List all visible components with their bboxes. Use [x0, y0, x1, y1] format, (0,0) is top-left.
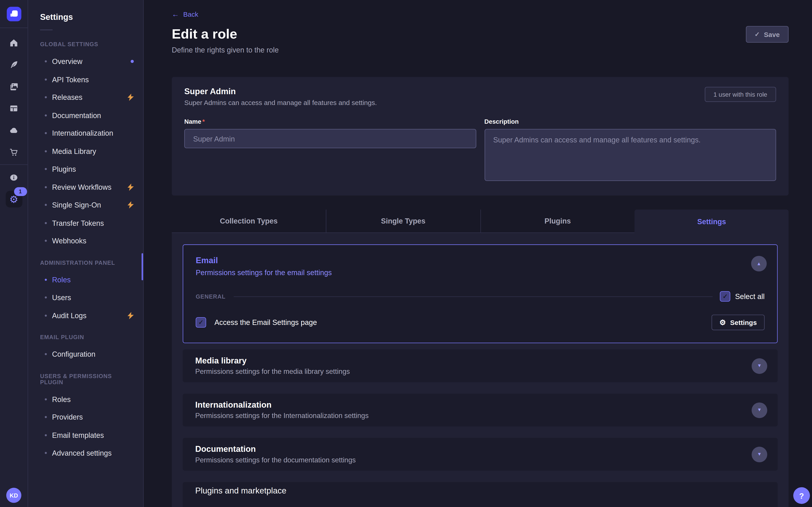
images-icon: [9, 81, 19, 91]
lightning-icon: [128, 202, 134, 209]
subnav-scrollbar-thumb[interactable]: [142, 253, 143, 280]
sidebar-item-documentation[interactable]: Documentation: [28, 106, 143, 124]
accordion-documentation[interactable]: Documentation Permissions settings for t…: [183, 438, 778, 470]
bullet-icon: [45, 279, 47, 281]
sidebar-item-advanced-settings[interactable]: Advanced settings: [28, 444, 143, 462]
save-button[interactable]: ✓ Save: [746, 26, 789, 43]
sidebar-item-releases[interactable]: Releases: [28, 88, 143, 106]
accordion-email-header[interactable]: Email Permissions settings for the email…: [183, 245, 777, 285]
accordion-subtitle: Permissions settings for the media libra…: [195, 368, 350, 376]
collapse-button[interactable]: ▲: [751, 256, 767, 271]
sidebar-item-providers[interactable]: Providers: [28, 408, 143, 426]
user-avatar[interactable]: KD: [6, 488, 21, 503]
accordion-internationalization[interactable]: Internationalization Permissions setting…: [183, 394, 778, 426]
strapi-logo: [6, 6, 21, 21]
settings-active-tile: ⚙ 1: [5, 191, 22, 208]
layout-card-icon: [9, 103, 19, 113]
subnav-title: Settings: [28, 0, 143, 22]
permission-row[interactable]: ✓ Access the Email Settings page: [196, 317, 317, 328]
permission-settings-button[interactable]: ⚙ Settings: [712, 315, 765, 330]
select-all-checkbox[interactable]: ✓: [720, 291, 730, 301]
notification-dot: [131, 60, 134, 63]
gear-icon: ⚙: [719, 319, 726, 326]
sidebar-item-media-library[interactable]: Media Library: [28, 142, 143, 160]
sidebar-item-overview[interactable]: Overview: [28, 53, 143, 70]
chevron-down-icon: ▼: [757, 408, 762, 412]
notifications-badge: 1: [14, 187, 27, 196]
tab-settings[interactable]: Settings: [635, 210, 789, 233]
name-field-label: Name*: [184, 118, 476, 125]
tab-plugins[interactable]: Plugins: [481, 210, 635, 233]
info-icon: [9, 172, 19, 182]
home-icon: [9, 38, 19, 48]
media-library-nav-button[interactable]: [3, 75, 25, 97]
sidebar-item-plugins[interactable]: Plugins: [28, 160, 143, 178]
bullet-icon: [45, 434, 47, 436]
settings-nav-button[interactable]: ⚙ 1: [3, 188, 25, 210]
permission-checkbox[interactable]: ✓: [196, 317, 206, 328]
back-link[interactable]: ← Back: [172, 10, 198, 18]
home-nav-button[interactable]: [3, 32, 25, 54]
description-field-label: Description: [484, 118, 776, 125]
bullet-icon: [45, 78, 47, 80]
sidebar-item-single-sign-on[interactable]: Single Sign-On: [28, 196, 143, 214]
chevron-down-icon: ▼: [757, 452, 762, 456]
strapi-logo-link[interactable]: [0, 0, 28, 28]
bullet-icon: [45, 353, 47, 355]
accordion-media-library[interactable]: Media library Permissions settings for t…: [183, 349, 778, 382]
sidebar-item-roles-up[interactable]: Roles: [28, 390, 143, 408]
deploy-nav-button[interactable]: [3, 119, 25, 141]
accordion-title: Media library: [195, 356, 350, 366]
back-arrow-icon: ←: [172, 10, 179, 18]
accordion-email: Email Permissions settings for the email…: [183, 244, 778, 343]
sidebar-item-transfer-tokens[interactable]: Transfer Tokens: [28, 214, 143, 232]
role-description-text: Super Admins can access and manage all f…: [184, 99, 776, 107]
bullet-icon: [45, 60, 47, 62]
sidebar-item-email-templates[interactable]: Email templates: [28, 426, 143, 444]
sidebar-item-configuration[interactable]: Configuration: [28, 345, 143, 363]
chevron-down-icon: ▼: [757, 363, 762, 368]
marketplace-nav-button[interactable]: [3, 141, 25, 163]
expand-button[interactable]: ▼: [752, 402, 767, 418]
bullet-icon: [45, 222, 47, 224]
permissions-section: Collection Types Single Types Plugins Se…: [172, 210, 789, 507]
check-icon: ✓: [755, 31, 760, 38]
select-all-control[interactable]: ✓ Select all: [720, 291, 765, 301]
name-input[interactable]: [184, 129, 476, 148]
permission-label: Access the Email Settings page: [214, 318, 317, 327]
users-with-role-button[interactable]: 1 user with this role: [705, 87, 776, 102]
permissions-tabs: Collection Types Single Types Plugins Se…: [172, 210, 789, 233]
bullet-icon: [45, 96, 47, 98]
help-button[interactable]: ?: [793, 487, 810, 504]
sidebar-item-webhooks[interactable]: Webhooks: [28, 232, 143, 250]
description-textarea[interactable]: Super Admins can access and manage all f…: [484, 129, 776, 181]
info-nav-button[interactable]: [3, 166, 25, 188]
lightning-icon: [128, 183, 134, 191]
page-title: Edit a role: [172, 26, 279, 42]
expand-button[interactable]: ▼: [752, 446, 767, 462]
sidebar-item-review-workflows[interactable]: Review Workflows: [28, 178, 143, 196]
expand-button[interactable]: ▼: [752, 358, 767, 374]
section-header-email-plugin: EMAIL PLUGIN: [28, 334, 143, 340]
bullet-icon: [45, 132, 47, 134]
lightning-icon: [128, 312, 134, 319]
content-manager-nav-button[interactable]: [3, 97, 25, 119]
cart-icon: [9, 147, 19, 157]
sidebar-item-audit-logs[interactable]: Audit Logs: [28, 306, 143, 325]
content-builder-nav-button[interactable]: [3, 54, 25, 75]
accordion-title: Email: [196, 256, 332, 265]
bullet-icon: [45, 168, 47, 170]
tab-collection-types[interactable]: Collection Types: [172, 210, 326, 233]
accordion-subtitle: Permissions settings for the email setti…: [196, 268, 332, 277]
accordion-plugins-and-marketplace[interactable]: Plugins and marketplace: [183, 482, 778, 507]
accordion-title: Documentation: [195, 445, 356, 454]
bullet-icon: [45, 240, 47, 242]
sidebar-item-api-tokens[interactable]: API Tokens: [28, 70, 143, 89]
sidebar-item-roles-admin[interactable]: Roles: [28, 271, 143, 289]
tab-single-types[interactable]: Single Types: [326, 210, 481, 233]
bullet-icon: [45, 296, 47, 298]
general-section-label: GENERAL: [196, 293, 225, 300]
feather-icon: [9, 59, 19, 69]
sidebar-item-users[interactable]: Users: [28, 289, 143, 307]
sidebar-item-internationalization[interactable]: Internationalization: [28, 124, 143, 143]
